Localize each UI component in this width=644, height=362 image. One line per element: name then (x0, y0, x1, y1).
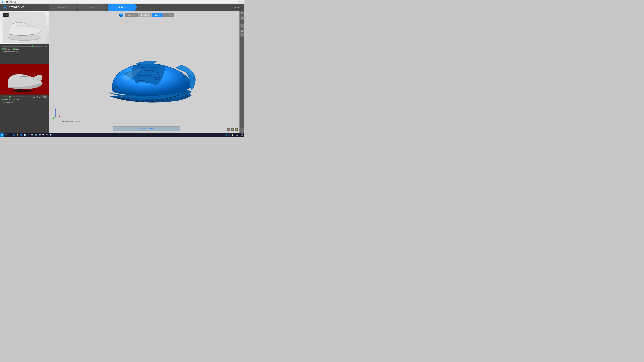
auto-radio[interactable]: Auto (13, 48, 19, 50)
maximize-button[interactable]: □ (238, 1, 240, 3)
taskbar-app5[interactable]: 📧 (38, 133, 41, 136)
taskbar-app6[interactable]: 💬 (42, 133, 45, 136)
svg-point-85 (184, 97, 186, 98)
svg-rect-69 (146, 100, 149, 102)
excellent-button[interactable]: Excellent (138, 13, 152, 17)
svg-point-57 (158, 74, 159, 76)
taskbar-chrome-icon[interactable]: 🔵 (20, 133, 23, 136)
svg-point-31 (34, 74, 36, 75)
taskbar-taskview-icon[interactable]: ⧉ (8, 133, 12, 136)
nav-steps: Preview Scan Finish (49, 4, 230, 11)
about-button[interactable]: About (230, 6, 244, 8)
taskbar-app3[interactable]: 📷 (30, 133, 34, 136)
svg-rect-112 (1, 135, 2, 136)
panel-icon-2[interactable] (240, 16, 244, 20)
taskbar-explorer-icon[interactable]: 📁 (16, 133, 19, 136)
svg-point-3 (4, 6, 6, 8)
slider-area-top: 68 Manual Auto Calibration lines (0, 44, 49, 54)
camera-preview-bottom (0, 64, 49, 94)
panel-icon-3[interactable] (240, 24, 244, 28)
taskbar-clock[interactable]: 16:25 27/01/2025 (234, 133, 243, 137)
brightness-slider-row: 68 (2, 45, 46, 47)
gain-auto-label: Auto (16, 99, 19, 101)
brightness-slider-thumb[interactable] (32, 45, 33, 47)
svg-point-78 (184, 93, 186, 94)
navbar: REVOPOINT Preview Scan Finish About (0, 4, 244, 11)
auto-radio-dot (13, 48, 15, 50)
gain-auto-radio[interactable]: Auto (13, 99, 19, 101)
brightness-slider-track[interactable] (2, 46, 42, 46)
taskbar-search-icon[interactable]: 🔍 (5, 133, 8, 136)
svg-marker-108 (241, 130, 242, 131)
manual-radio[interactable]: Manual (2, 48, 10, 50)
network-icon[interactable]: 🌐 (226, 134, 228, 136)
titlebar: R Handy Scan — □ ✕ (0, 0, 244, 4)
gain-manual-label: Manual (4, 99, 10, 101)
svg-point-61 (150, 69, 152, 70)
close-button[interactable]: ✕ (240, 1, 243, 3)
taskbar-icons: 🔍 ⧉ 🌐 📁 🔵 📊 🎵 📷 ⚙️ 📧 💬 🎮 📡 (4, 133, 53, 136)
svg-rect-110 (1, 134, 2, 135)
taskbar-app2[interactable]: 🎵 (27, 133, 30, 136)
nav-step-preview[interactable]: Preview (49, 4, 76, 11)
svg-point-54 (157, 66, 158, 68)
too-near-button[interactable]: Too near (125, 13, 138, 17)
shoe-3d-model (90, 26, 204, 118)
gain-auto-dot (13, 99, 15, 100)
logo-text: REVOPOINT (9, 6, 24, 8)
clip-plane-row: Clip plane (2, 101, 46, 103)
panel-icon-download[interactable] (240, 128, 244, 132)
panel-icon-5[interactable] (240, 33, 244, 37)
nav-step-finish[interactable]: Finish (108, 4, 134, 11)
svg-rect-64 (122, 98, 124, 100)
clip-plane-label: Clip plane (2, 101, 10, 103)
svg-point-29 (31, 90, 32, 91)
app-title: Handy Scan (5, 1, 16, 3)
gain-slider-thumb[interactable] (9, 96, 11, 98)
lock-icon-2[interactable]: 🔒 (231, 128, 234, 131)
nav-step-scan[interactable]: Scan (78, 4, 105, 11)
svg-point-84 (182, 96, 183, 97)
taskbar-app7[interactable]: 🎮 (45, 133, 49, 136)
gain-slider-track[interactable] (2, 96, 30, 97)
brightness-value: 68 (42, 45, 46, 47)
taskbar-date: 27/01/2025 (234, 135, 243, 137)
taskbar-app1[interactable]: 📊 (23, 133, 26, 136)
panel-icon-4[interactable] (240, 29, 244, 32)
svg-point-55 (157, 69, 158, 70)
slider-area-bottom: 28 Gain 2 ▣ Manual Auto Clip plane (0, 94, 49, 133)
minimize-button[interactable]: — (235, 1, 238, 3)
svg-rect-113 (2, 135, 3, 136)
svg-point-28 (13, 89, 14, 91)
gain-manual-radio[interactable]: Manual (2, 99, 10, 101)
too-far-button[interactable]: Too far (162, 13, 174, 17)
svg-text:X: X (59, 115, 60, 117)
clip-plane-checkbox[interactable] (11, 102, 13, 103)
svg-point-27 (14, 90, 18, 92)
taskbar-handy-scan-icon[interactable]: 📡 (49, 133, 52, 136)
lock-icon-3[interactable]: 🔑 (235, 128, 238, 131)
taskbar-app4[interactable]: ⚙️ (34, 133, 38, 136)
calibration-lines-checkbox[interactable] (16, 51, 18, 52)
svg-point-62 (155, 70, 156, 71)
svg-rect-63 (118, 97, 120, 99)
volume-icon[interactable]: 🔊 (228, 134, 230, 136)
panel-icon-1[interactable] (240, 12, 244, 15)
cam-bot-content (0, 64, 49, 94)
lock-icon-1[interactable]: 🔒 (227, 128, 230, 131)
svg-line-100 (242, 18, 242, 18)
svg-point-77 (182, 91, 183, 93)
shoe-3d-container[interactable] (49, 11, 244, 133)
sidebar: 68 Manual Auto Calibration lines (0, 11, 49, 133)
svg-point-52 (137, 78, 139, 79)
taskbar-edge-icon[interactable]: 🌐 (12, 133, 16, 136)
good-button[interactable]: Good (152, 13, 163, 17)
brightness-mode-group: Manual Auto (2, 48, 46, 50)
svg-point-58 (158, 76, 160, 78)
main-content: 68 Manual Auto Calibration lines (0, 11, 244, 133)
start-button[interactable] (0, 133, 4, 137)
progress-text: Meshing completed (138, 128, 155, 130)
battery-icon[interactable]: 🔋 (232, 134, 234, 136)
right-panel-number: 3 (241, 22, 242, 24)
svg-rect-66 (131, 100, 134, 101)
